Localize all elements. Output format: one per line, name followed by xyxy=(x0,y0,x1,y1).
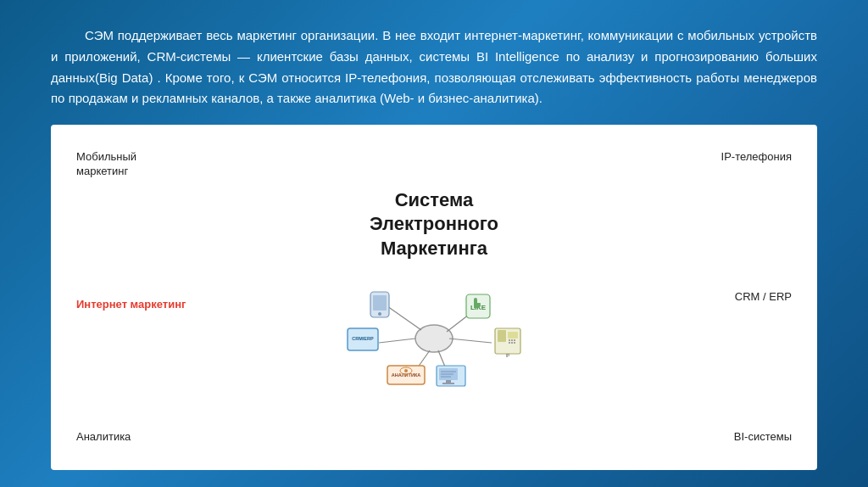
svg-rect-52 xyxy=(442,383,454,384)
main-text: СЭМ поддерживает весь маркетинг организа… xyxy=(51,25,817,109)
svg-line-23 xyxy=(387,306,421,330)
svg-rect-36 xyxy=(498,330,506,342)
svg-point-21 xyxy=(415,325,453,352)
svg-rect-51 xyxy=(446,380,451,383)
left-label-internet-marketing: Интернет маркетинг xyxy=(76,298,186,312)
svg-line-22 xyxy=(379,339,415,343)
svg-point-41 xyxy=(509,342,510,344)
right-label-bi-systems: BI-системы xyxy=(682,430,792,445)
svg-text:CRM/ERP: CRM/ERP xyxy=(352,336,374,341)
diagram-container: Мобильный маркетинг Интернет маркетинг А… xyxy=(51,125,817,470)
svg-point-32 xyxy=(378,312,381,316)
svg-point-38 xyxy=(509,339,510,341)
left-label-mobile-marketing: Мобильный маркетинг xyxy=(76,150,186,179)
content-wrapper: СЭМ поддерживает весь маркетинг организа… xyxy=(0,0,868,487)
right-label-crm-erp: CRM / ERP xyxy=(682,290,792,305)
diagram-left-labels: Мобильный маркетинг Интернет маркетинг А… xyxy=(76,142,186,453)
svg-rect-31 xyxy=(373,295,387,311)
svg-point-42 xyxy=(511,342,513,344)
svg-point-39 xyxy=(511,339,513,341)
left-label-analytics: Аналитика xyxy=(76,430,186,445)
svg-text:АНАЛИТИКА: АНАЛИТИКА xyxy=(392,372,420,378)
svg-point-48 xyxy=(404,369,408,372)
svg-point-43 xyxy=(514,342,515,344)
svg-line-25 xyxy=(449,339,492,343)
diagram-right-labels: IP-телефония CRM / ERP BI-системы xyxy=(682,142,792,453)
diagram-title: Система Электронного Маркетинга xyxy=(370,188,498,261)
svg-text:IP: IP xyxy=(506,353,510,358)
right-label-ip-telephony: IP-телефония xyxy=(682,150,792,165)
svg-point-40 xyxy=(514,339,515,341)
svg-rect-37 xyxy=(508,332,518,339)
diagram-center: Система Электронного Маркетинга CRM/ERP xyxy=(186,188,682,407)
